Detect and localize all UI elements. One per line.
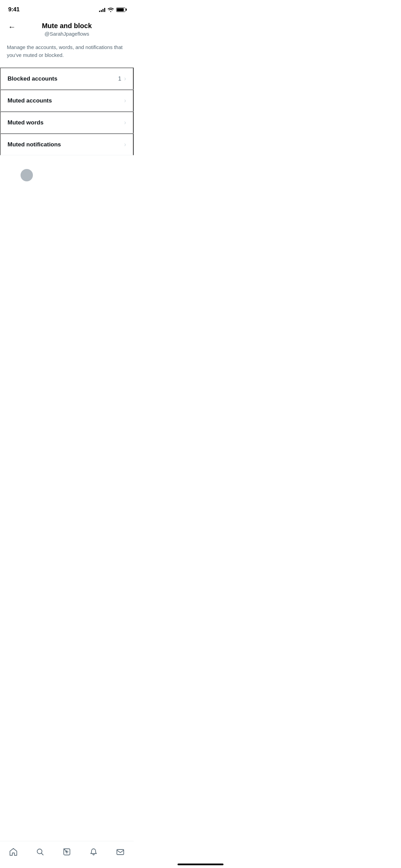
chevron-right-icon: › bbox=[124, 97, 126, 104]
muted-notifications-label: Muted notifications bbox=[8, 141, 61, 148]
menu-item-left: Blocked accounts bbox=[8, 75, 58, 82]
menu-item-right: › bbox=[124, 97, 126, 104]
page-description: Manage the accounts, words, and notifica… bbox=[0, 42, 134, 67]
battery-icon bbox=[116, 8, 125, 12]
menu-item-right: › bbox=[124, 119, 126, 126]
menu-item-right: 1 › bbox=[118, 75, 126, 82]
page-subtitle: @SarahJpageflows bbox=[45, 31, 89, 37]
menu-list: Blocked accounts 1 › Muted accounts › Mu… bbox=[0, 67, 134, 155]
menu-item-left: Muted words bbox=[8, 119, 44, 126]
blocked-accounts-label: Blocked accounts bbox=[8, 75, 58, 82]
muted-words-label: Muted words bbox=[8, 119, 44, 126]
loading-dot bbox=[21, 169, 33, 181]
back-button[interactable]: ← bbox=[7, 21, 17, 33]
description-text: Manage the accounts, words, and notifica… bbox=[7, 44, 123, 58]
status-time: 9:41 bbox=[8, 6, 20, 13]
chevron-right-icon: › bbox=[124, 119, 126, 126]
signal-icon bbox=[99, 7, 105, 12]
menu-item-left: Muted notifications bbox=[8, 141, 61, 148]
menu-item-muted-accounts[interactable]: Muted accounts › bbox=[0, 89, 134, 111]
status-bar: 9:41 bbox=[0, 0, 134, 17]
muted-accounts-label: Muted accounts bbox=[8, 97, 52, 104]
wifi-icon bbox=[108, 7, 114, 12]
chevron-right-icon: › bbox=[124, 141, 126, 148]
blocked-accounts-count: 1 bbox=[118, 75, 121, 82]
page-title: Mute and block bbox=[42, 21, 92, 30]
menu-item-muted-words[interactable]: Muted words › bbox=[0, 111, 134, 133]
back-arrow-icon: ← bbox=[8, 23, 16, 32]
status-icons bbox=[99, 7, 125, 12]
chevron-right-icon: › bbox=[124, 75, 126, 82]
menu-item-muted-notifications[interactable]: Muted notifications › bbox=[0, 133, 134, 155]
menu-item-right: › bbox=[124, 141, 126, 148]
page-header: ← Mute and block @SarahJpageflows bbox=[0, 17, 134, 42]
menu-item-blocked-accounts[interactable]: Blocked accounts 1 › bbox=[0, 68, 134, 89]
loading-area bbox=[0, 155, 134, 181]
menu-item-left: Muted accounts bbox=[8, 97, 52, 104]
